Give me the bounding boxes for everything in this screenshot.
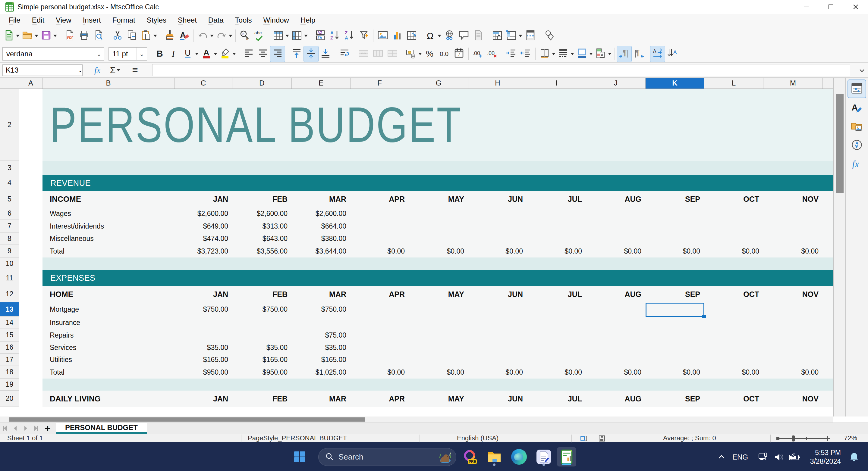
edge-icon[interactable] bbox=[509, 447, 529, 467]
value-cell[interactable] bbox=[586, 341, 646, 354]
sheet-tab-personal-budget[interactable]: PERSONAL BUDGET bbox=[56, 423, 147, 434]
value-cell[interactable] bbox=[350, 220, 409, 233]
selection-mode-icon[interactable] bbox=[580, 435, 588, 443]
search-highlight-image[interactable] bbox=[437, 449, 453, 466]
value-cell[interactable]: $0.00 bbox=[527, 245, 586, 258]
row-header-15[interactable]: 15 bbox=[0, 329, 19, 341]
sum-button[interactable]: Σ bbox=[106, 64, 124, 76]
font-name-combo[interactable]: verdana⌄ bbox=[2, 47, 104, 61]
volume-icon[interactable] bbox=[772, 443, 786, 471]
value-cell[interactable]: $0.00 bbox=[468, 366, 527, 378]
undo-dropdown-icon[interactable] bbox=[210, 35, 214, 37]
row-header-8[interactable]: 8 bbox=[0, 233, 19, 245]
month-header-cell[interactable]: OCT bbox=[704, 391, 764, 407]
border-style-dropdown-icon[interactable] bbox=[570, 53, 574, 55]
value-cell[interactable] bbox=[175, 316, 232, 329]
battery-icon[interactable] bbox=[786, 443, 802, 471]
copy-button[interactable] bbox=[125, 28, 139, 44]
vertical-scrollbar-thumb[interactable] bbox=[836, 94, 844, 193]
value-cell[interactable] bbox=[409, 220, 468, 233]
month-header-cell[interactable]: MAR bbox=[292, 391, 350, 407]
value-cell[interactable]: $474.00 bbox=[175, 233, 232, 245]
column-header-D[interactable]: D bbox=[232, 78, 292, 89]
equals-button[interactable]: = bbox=[128, 64, 142, 76]
row-header-12[interactable]: 12 bbox=[0, 286, 19, 302]
close-button[interactable] bbox=[843, 0, 868, 14]
format-percent-button[interactable]: % bbox=[423, 46, 437, 62]
menu-edit[interactable]: Edit bbox=[26, 14, 50, 27]
month-header-cell[interactable]: MAY bbox=[409, 286, 468, 302]
month-header-cell[interactable]: SEP bbox=[646, 191, 704, 207]
start-button[interactable] bbox=[290, 447, 309, 467]
value-cell[interactable] bbox=[586, 302, 646, 316]
sidebar-tab-gallery[interactable] bbox=[848, 118, 866, 136]
value-cell[interactable]: $1,025.00 bbox=[292, 366, 350, 378]
value-cell[interactable] bbox=[292, 316, 350, 329]
value-cell[interactable] bbox=[468, 220, 527, 233]
name-box-dropdown-icon[interactable]: ⌄ bbox=[79, 67, 82, 73]
row-header-14[interactable]: 14 bbox=[0, 316, 19, 329]
value-cell[interactable]: $3,723.00 bbox=[175, 245, 232, 258]
value-cell[interactable] bbox=[764, 354, 823, 366]
value-cell[interactable]: $165.00 bbox=[232, 354, 292, 366]
row-label-cell[interactable]: Repairs bbox=[50, 329, 73, 341]
clock[interactable]: 5:53 PM 3/28/2024 bbox=[802, 443, 841, 471]
value-cell[interactable] bbox=[409, 316, 468, 329]
sheet-info[interactable]: Sheet 1 of 1 bbox=[7, 434, 43, 442]
value-cell[interactable]: $0.00 bbox=[764, 245, 823, 258]
value-cell[interactable] bbox=[350, 316, 409, 329]
value-cell[interactable]: $0.00 bbox=[704, 245, 764, 258]
row-header-20[interactable]: 20 bbox=[0, 391, 19, 407]
row-label-cell[interactable]: Interest/dividends bbox=[50, 220, 104, 233]
row-label-cell[interactable]: Total bbox=[50, 245, 64, 258]
cut-button[interactable] bbox=[110, 28, 125, 44]
autofilter-button[interactable] bbox=[356, 28, 371, 44]
horizontal-scrollbar[interactable] bbox=[0, 416, 833, 423]
month-header-cell[interactable]: AUG bbox=[586, 191, 646, 207]
open-dropdown-icon[interactable] bbox=[35, 35, 38, 37]
insert-columns-dropdown-icon[interactable] bbox=[304, 35, 308, 37]
month-header-cell[interactable]: NOV bbox=[764, 191, 823, 207]
menu-data[interactable]: Data bbox=[203, 14, 229, 27]
value-cell[interactable]: $750.00 bbox=[232, 302, 292, 316]
value-cell[interactable] bbox=[468, 354, 527, 366]
value-cell[interactable]: $664.00 bbox=[292, 220, 350, 233]
align-left-button[interactable] bbox=[241, 46, 256, 62]
network-icon[interactable] bbox=[756, 443, 770, 471]
month-header-cell[interactable]: OCT bbox=[704, 191, 764, 207]
value-cell[interactable]: $0.00 bbox=[586, 366, 646, 378]
month-header-cell[interactable]: SEP bbox=[646, 391, 704, 407]
menu-tools[interactable]: Tools bbox=[229, 14, 258, 27]
value-cell[interactable] bbox=[764, 329, 823, 341]
value-cell[interactable]: $0.00 bbox=[350, 245, 409, 258]
align-top-button[interactable] bbox=[289, 46, 304, 62]
value-cell[interactable]: $0.00 bbox=[350, 366, 409, 378]
insert-rows-button[interactable] bbox=[271, 28, 290, 44]
borders-button[interactable] bbox=[538, 46, 556, 62]
row-header-10[interactable]: 10 bbox=[0, 258, 19, 270]
value-cell[interactable] bbox=[468, 341, 527, 354]
value-cell[interactable]: $643.00 bbox=[232, 233, 292, 245]
value-cell[interactable] bbox=[468, 207, 527, 220]
freeze-rows-columns-dropdown-icon[interactable] bbox=[519, 35, 522, 37]
value-cell[interactable]: $0.00 bbox=[468, 245, 527, 258]
menu-file[interactable]: File bbox=[3, 14, 26, 27]
row-header-9[interactable]: 9 bbox=[0, 245, 19, 258]
value-cell[interactable] bbox=[764, 316, 823, 329]
font-name-dropdown-icon[interactable]: ⌄ bbox=[94, 47, 104, 60]
value-cell[interactable] bbox=[468, 302, 527, 316]
insert-rows-dropdown-icon[interactable] bbox=[285, 35, 289, 37]
row-header-3[interactable]: 3 bbox=[0, 161, 19, 175]
value-cell[interactable] bbox=[586, 207, 646, 220]
value-cell[interactable] bbox=[527, 316, 586, 329]
column-header-L[interactable]: L bbox=[704, 78, 764, 89]
file-explorer-icon[interactable] bbox=[485, 447, 504, 467]
value-cell[interactable]: $649.00 bbox=[175, 220, 232, 233]
font-size-dropdown-icon[interactable]: ⌄ bbox=[136, 47, 147, 60]
value-cell[interactable] bbox=[764, 207, 823, 220]
value-cell[interactable]: $0.00 bbox=[704, 366, 764, 378]
value-cell[interactable]: $2,600.00 bbox=[292, 207, 350, 220]
find-replace-button[interactable]: ad bbox=[238, 28, 252, 44]
document-modified-icon[interactable] bbox=[598, 435, 606, 443]
column-header-H[interactable]: H bbox=[468, 78, 527, 89]
